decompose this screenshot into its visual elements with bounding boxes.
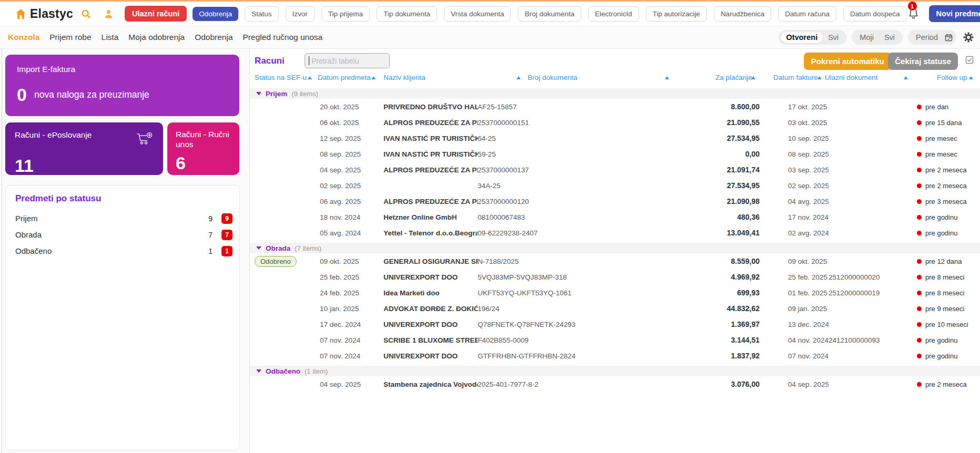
cell-naziv-klijenta: SCRIBE 1 BLUXOME STREET: [383, 336, 478, 344]
brand-logo[interactable]: Elastyc: [14, 7, 73, 21]
table-row[interactable]: 08 sep. 2025IVAN NASTIĆ PR TURISTIČKA AG…: [250, 146, 980, 162]
table-row[interactable]: 07 nov. 2024UNIVEREXPORT DOOGTFFRHBN-GTF…: [250, 348, 980, 364]
toggle-svi-2[interactable]: Svi: [879, 32, 900, 43]
toggle-svi-1[interactable]: Svi: [823, 32, 844, 43]
column-header-za-pla-anje[interactable]: Za plaćanje: [715, 74, 752, 81]
column-header-status-na-sef-u[interactable]: Status na SEF-u: [255, 74, 307, 81]
odobrenja-button[interactable]: Odobrenja: [193, 7, 238, 21]
nav-item-lista[interactable]: Lista: [102, 33, 119, 42]
sort-ascending-icon[interactable]: [371, 76, 376, 79]
cell-datum-predmeta: 25 feb. 2025: [320, 273, 383, 281]
status-card-title: Predmeti po statusu: [15, 193, 233, 204]
column-header-ulazni-dokument[interactable]: Ulazni dokument: [825, 74, 878, 81]
cell-datum-predmeta: 04 sep. 2025: [320, 166, 383, 174]
cell-za-placanje: 4.969,92: [575, 273, 760, 281]
import-efaktura-card[interactable]: Import E-faktura 0 nova naloga za preuzi…: [5, 55, 239, 116]
column-header-follow-up[interactable]: Follow up: [937, 74, 967, 81]
cart-plus-icon: [136, 130, 154, 148]
filter-chip-narud-benica[interactable]: Narudžbenica: [714, 6, 771, 22]
user-icon[interactable]: [103, 7, 114, 20]
group-header-obrada[interactable]: Obrada(7 items): [250, 243, 980, 253]
cekiraj-statuse-button[interactable]: Čekiraj statuse: [888, 53, 958, 70]
cell-za-placanje: 1.369,97: [575, 320, 760, 328]
filter-chip-vrsta-dokumenta[interactable]: Vrsta dokumenta: [444, 6, 511, 22]
filter-chip-electronicid[interactable]: ElectronicId: [588, 6, 639, 22]
follow-up-red-dot-icon: [917, 168, 922, 172]
nav-item-prijem-robe[interactable]: Prijem robe: [49, 33, 91, 42]
column-header-naziv-klijenta[interactable]: Naziv klijenta: [383, 74, 426, 81]
table-row[interactable]: 02 sep. 202534A-2527.534,9502 sep. 2025p…: [250, 178, 980, 193]
group-collapse-caret-icon[interactable]: [256, 246, 261, 250]
nav-item-konzola[interactable]: Konzola: [8, 33, 39, 42]
table-row[interactable]: 06 okt. 2025ALPROS PREDUZEĆE ZA PROIZVOD…: [250, 115, 980, 130]
app-header: Elastyc Ulazni računi Odobrenja StatusIz…: [0, 2, 980, 26]
racuni-eposlovanje-card[interactable]: Računi - ePoslovanje 11: [5, 122, 163, 175]
follow-up-red-dot-icon: [917, 231, 922, 235]
table-row[interactable]: 25 feb. 2025UNIVEREXPORT DOO5VQJ83MP-5VQ…: [250, 269, 980, 285]
filter-chip-status[interactable]: Status: [245, 6, 278, 22]
pokreni-automatiku-button[interactable]: Pokreni automatiku: [804, 53, 892, 70]
group-header-odba-eno[interactable]: Odbačeno(1 item): [250, 366, 980, 376]
sort-ascending-icon[interactable]: [904, 76, 908, 79]
search-icon[interactable]: [80, 7, 92, 20]
group-collapse-caret-icon[interactable]: [256, 369, 261, 373]
table-row[interactable]: 05 avg. 2024Yettel - Telenor d.o.o.Beogr…: [250, 225, 980, 241]
table-row[interactable]: 24 feb. 2025Idea Marketi dooUKFT53YQ-UKF…: [250, 285, 980, 301]
nav-item-odobrenja[interactable]: Odobrenja: [195, 33, 233, 42]
header-right-group: 1 Novi predmet: [907, 5, 980, 23]
filter-chip-izvor[interactable]: Izvor: [286, 6, 315, 22]
select-all-checkbox-icon[interactable]: [965, 56, 974, 64]
status-row-prijem[interactable]: Prijem99: [15, 210, 233, 226]
table-row[interactable]: 06 avg. 2025ALPROS PREDUZEĆE ZA PROIZVOD…: [250, 193, 980, 209]
follow-up-text: pre godinu: [925, 213, 957, 221]
table-row[interactable]: 10 jan. 2025ADVOKAT ĐORĐE Z. ĐOKIĆ196/24…: [250, 301, 980, 316]
filter-chip-tip-autorizacije[interactable]: Tip autorizacije: [646, 6, 707, 22]
table-row[interactable]: 17 dec. 2024UNIVEREXPORT DOOQ78FNETK-Q78…: [250, 316, 980, 332]
table-row[interactable]: 07 nov. 2024SCRIBE 1 BLUXOME STREETF402B…: [250, 332, 980, 348]
filter-chip-tip-dokumenta[interactable]: Tip dokumenta: [377, 6, 437, 22]
column-header-datum-fakture[interactable]: Datum fakture: [773, 74, 818, 81]
group-name: Prijem: [266, 90, 287, 98]
group-collapse-caret-icon[interactable]: [256, 92, 261, 95]
toggle-moji[interactable]: Moji: [854, 32, 879, 43]
table-row[interactable]: Odobreno09 okt. 2025GENERALI OSIGURANJE …: [250, 253, 980, 269]
cell-datum-predmeta: 12 sep. 2025: [320, 135, 383, 142]
table-row[interactable]: 18 nov. 2024Hetzner Online GmbH081000067…: [250, 209, 980, 225]
ulazni-racuni-button[interactable]: Ulazni računi: [125, 6, 187, 22]
group-header-prijem[interactable]: Prijem(9 items): [250, 88, 980, 99]
follow-up-text: pre 9 meseci: [925, 305, 964, 313]
status-row-odba-eno[interactable]: Odbačeno11: [15, 243, 233, 259]
cell-follow-up: pre mesec: [917, 150, 974, 158]
settings-gear-icon[interactable]: [962, 30, 975, 44]
sort-ascending-icon[interactable]: [308, 76, 312, 79]
cell-datum-fakture: 01 feb. 2025: [760, 289, 829, 297]
sort-ascending-icon[interactable]: [817, 76, 822, 79]
table-row[interactable]: 04 sep. 2025Stambena zajednica Vojvode S…: [250, 376, 980, 392]
toggle-otvoreni[interactable]: Otvoreni: [781, 32, 823, 43]
filter-chip-tip-prijema[interactable]: Tip prijema: [321, 6, 370, 22]
column-header-datum-predmeta[interactable]: Datum predmeta: [318, 74, 371, 81]
filter-chip-datum-ra-una[interactable]: Datum računa: [778, 6, 836, 22]
filter-chip-broj-dokumenta[interactable]: Broj dokumenta: [518, 6, 581, 22]
notifications-bell[interactable]: 1: [907, 6, 921, 21]
nav-item-moja-odobrenja[interactable]: Moja odobrenja: [128, 33, 185, 42]
secondary-nav: KonzolaPrijem robeListaMoja odobrenjaOdo…: [0, 26, 980, 49]
column-header-broj-dokumenta[interactable]: Broj dokumenta: [528, 74, 578, 81]
filter-chip-datum-dospe-a[interactable]: Datum dospeća: [843, 6, 907, 22]
follow-up-text: pre 10 meseci: [925, 321, 968, 328]
sort-ascending-icon[interactable]: [969, 76, 973, 79]
racuni-rucni-unos-card[interactable]: Računi - Ručni unos 6: [167, 122, 239, 175]
status-row-obrada[interactable]: Obrada77: [15, 226, 233, 243]
sort-ascending-icon[interactable]: [665, 76, 669, 79]
table-row[interactable]: 04 sep. 2025ALPROS PREDUZEĆE ZA PROIZVOD…: [250, 162, 980, 178]
table-search-input[interactable]: [305, 53, 390, 68]
period-selector[interactable]: Period: [908, 30, 956, 45]
nav-item-pregled-ru-nog-unosa[interactable]: Pregled ručnog unosa: [243, 33, 323, 42]
table-row[interactable]: 20 okt. 2025PRIVREDNO DRUŠTVO HALCOM A.D…: [250, 99, 980, 115]
cell-za-placanje: 1.837,92: [575, 352, 760, 360]
sort-ascending-icon[interactable]: [751, 76, 755, 79]
novi-predmet-button[interactable]: Novi predmet: [929, 5, 980, 22]
sort-ascending-icon[interactable]: [517, 76, 521, 79]
follow-up-red-dot-icon: [917, 322, 922, 327]
table-row[interactable]: 12 sep. 2025IVAN NASTIĆ PR TURISTIČKA AG…: [250, 130, 980, 146]
